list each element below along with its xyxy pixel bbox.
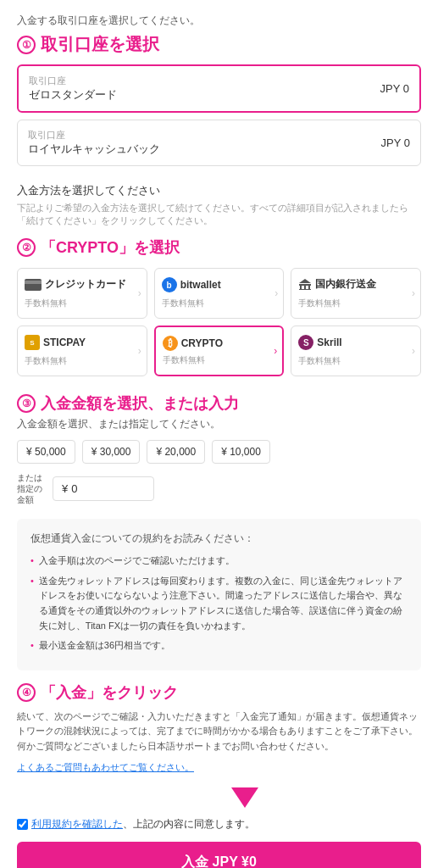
chevron-crypto-icon: ›: [274, 345, 277, 357]
payment-bitwallet[interactable]: b bitwallet 手数料無料 ›: [154, 268, 285, 319]
payment-crypto-name: CRYPTO: [181, 337, 223, 349]
notice-text-1: 入金手順は次のページでご確認いただけます。: [39, 554, 235, 569]
notice-box: 仮想通貨入金についての規約をお読みください： • 入金手順は次のページでご確認い…: [17, 519, 421, 670]
svg-rect-5: [299, 289, 311, 290]
payment-sticpay-name: STICPAY: [43, 337, 86, 348]
account-type-selected: 取引口座: [29, 75, 117, 87]
payment-crypto-fee: 手数料無料: [163, 354, 205, 366]
payment-crypto[interactable]: ₿ CRYPTO 手数料無料 ›: [154, 326, 285, 376]
payment-bank-row: 国内銀行送金: [298, 277, 413, 292]
chevron-bitwallet-icon: ›: [274, 287, 278, 299]
payment-bitwallet-fee: 手数料無料: [162, 298, 204, 309]
payment-sticpay-fee: 手数料無料: [25, 355, 67, 367]
amount-custom-row: または 指定の 金額 ¥: [17, 472, 421, 505]
amount-presets: ¥ 50,000 ¥ 30,000 ¥ 20,000 ¥ 10,000: [17, 440, 421, 464]
amount-desc: 入金金額を選択、または指定してください。: [17, 417, 421, 431]
section2-desc: 下記よりご希望の入金方法を選択して続けてください。すべての詳細項目が記入されまし…: [17, 202, 421, 227]
svg-rect-2: [300, 286, 302, 289]
svg-rect-0: [299, 284, 311, 286]
notice-item-2: • 送金先ウォレットアドレスは毎回変わります。複数の入金に、同じ送金先ウォレット…: [30, 574, 408, 633]
bitwallet-icon: b: [162, 277, 177, 292]
bank-icon: [298, 278, 312, 292]
payment-credit-fee: 手数料無料: [25, 298, 67, 309]
chevron-sticpay-icon: ›: [138, 345, 141, 357]
step4-title: 「入金」をクリック: [41, 682, 178, 703]
section2-label: 入金方法を選択してください: [17, 183, 421, 198]
section1-label: 入金する取引口座を選択してください。: [17, 14, 421, 28]
chevron-credit-icon: ›: [138, 287, 141, 299]
payment-credit-row: クレジットカード: [25, 277, 140, 292]
payment-bitwallet-row: b bitwallet: [162, 277, 277, 292]
step2-title: 「CRYPTO」を選択: [41, 237, 180, 258]
page-container: 入金する取引口座を選択してください。 ① 取引口座を選択 取引口座 ゼロスタンダ…: [0, 0, 438, 868]
account-name-other: ロイヤルキャッシュバック: [28, 142, 160, 157]
step3-title: 入金金額を選択、または入力: [41, 393, 239, 414]
agree-text: 利用規約を確認した、上記の内容に同意します。: [31, 817, 255, 832]
faq-link[interactable]: よくあるご質問もあわせてご覧ください。: [17, 761, 421, 774]
payment-grid-top: クレジットカード 手数料無料 › b bitwallet 手数料無料 ›: [17, 268, 421, 319]
step2-heading: ② 「CRYPTO」を選択: [17, 237, 421, 258]
svg-marker-1: [299, 279, 311, 283]
payment-skrill-row: S Skrill: [298, 335, 413, 350]
amount-custom-input[interactable]: [71, 482, 122, 495]
notice-item-1: • 入金手順は次のページでご確認いただけます。: [30, 554, 408, 569]
preset-50000[interactable]: ¥ 50,000: [17, 440, 75, 464]
notice-text-3: 最小送金金額は36円相当です。: [39, 638, 170, 654]
step4-desc: 続いて、次のページでご確認・入力いただきますと「入金完了通知」が届きます。仮想通…: [17, 709, 421, 754]
sticpay-icon: S: [25, 335, 40, 350]
skrill-icon: S: [298, 335, 313, 350]
svg-marker-6: [231, 787, 258, 808]
account-other-info: 取引口座 ロイヤルキャッシュバック: [28, 129, 160, 157]
payment-sticpay[interactable]: S STICPAY 手数料無料 ›: [17, 326, 147, 376]
payment-bitwallet-name: bitwallet: [180, 279, 221, 291]
notice-item-3: • 最小送金金額は36円相当です。: [30, 638, 408, 654]
yen-symbol: ¥: [62, 482, 68, 495]
agree-checkbox[interactable]: [17, 819, 28, 830]
preset-30000[interactable]: ¥ 30,000: [82, 440, 141, 464]
payment-credit[interactable]: クレジットカード 手数料無料 ›: [17, 268, 147, 319]
payment-bank[interactable]: 国内銀行送金 手数料無料 ›: [291, 268, 421, 319]
crypto-icon: ₿: [163, 336, 178, 351]
payment-grid-bottom: S STICPAY 手数料無料 › ₿ CRYPTO 手数料無料 › S: [17, 326, 421, 376]
submit-button[interactable]: 入金 JPY ¥0: [17, 842, 421, 868]
notice-title: 仮想通貨入金についての規約をお読みください：: [30, 531, 408, 547]
step4-circle: ④: [17, 683, 36, 702]
notice-text-2: 送金先ウォレットアドレスは毎回変わります。複数の入金に、同じ送金先ウォレットアド…: [39, 574, 408, 633]
payment-bank-name: 国内銀行送金: [315, 277, 376, 292]
step1-title: 取引口座を選択: [41, 33, 159, 56]
account-card-other[interactable]: 取引口座 ロイヤルキャッシュバック JPY 0: [17, 120, 421, 166]
step2-circle: ②: [17, 238, 36, 257]
amount-input-wrap[interactable]: ¥: [53, 476, 154, 501]
payment-crypto-row: ₿ CRYPTO: [163, 336, 276, 351]
chevron-skrill-icon: ›: [412, 345, 415, 357]
section4: ④ 「入金」をクリック 続いて、次のページでご確認・入力いただきますと「入金完了…: [17, 682, 421, 868]
svg-rect-4: [308, 286, 310, 289]
payment-sticpay-row: S STICPAY: [25, 335, 140, 350]
section1: 入金する取引口座を選択してください。 ① 取引口座を選択 取引口座 ゼロスタンダ…: [17, 14, 421, 166]
notice-bullet-1: •: [30, 554, 34, 569]
payment-skrill[interactable]: S Skrill 手数料無料 ›: [291, 326, 421, 376]
svg-rect-3: [304, 286, 306, 289]
account-balance-other: JPY 0: [381, 136, 410, 149]
step1-circle: ①: [17, 36, 36, 54]
preset-20000[interactable]: ¥ 20,000: [147, 440, 205, 464]
account-selected-info: 取引口座 ゼロスタンダード: [29, 75, 117, 103]
step3-circle: ③: [17, 394, 36, 413]
agree-link[interactable]: 利用規約を確認した: [31, 818, 123, 830]
payment-credit-name: クレジットカード: [45, 277, 126, 292]
account-type-other: 取引口座: [28, 129, 160, 142]
notice-bullet-2: •: [30, 574, 34, 633]
step1-heading: ① 取引口座を選択: [17, 33, 421, 56]
notice-bullet-3: •: [30, 638, 34, 654]
section2: 入金方法を選択してください 下記よりご希望の入金方法を選択して続けてください。す…: [17, 183, 421, 376]
arrow-down-icon: [228, 777, 262, 811]
agree-row: 利用規約を確認した、上記の内容に同意します。: [17, 817, 421, 832]
account-balance-selected: JPY 0: [380, 82, 409, 95]
payment-bank-fee: 手数料無料: [298, 298, 341, 309]
account-card-selected[interactable]: 取引口座 ゼロスタンダード JPY 0: [17, 64, 421, 113]
preset-10000[interactable]: ¥ 10,000: [212, 440, 270, 464]
amount-custom-label: または 指定の 金額: [17, 472, 47, 505]
step4-heading: ④ 「入金」をクリック: [17, 682, 421, 703]
arrow-indicator: [68, 777, 421, 814]
section3: ③ 入金金額を選択、または入力 入金金額を選択、または指定してください。 ¥ 5…: [17, 393, 421, 505]
